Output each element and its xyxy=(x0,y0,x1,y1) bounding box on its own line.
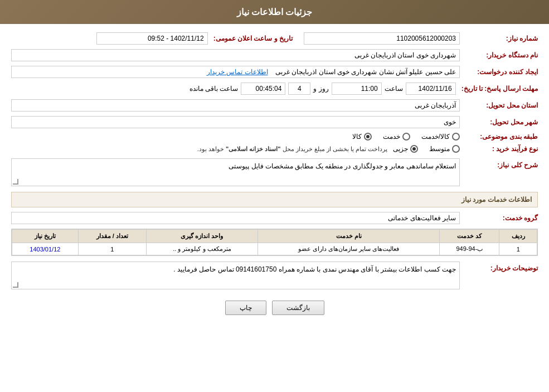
buyer-notes-container: جهت کسب اطلاعات بیشتر با آقای مهندس نمدی… xyxy=(11,262,460,289)
services-table-container: ردیف کد خدمت نام خدمت واحد اندازه گیری ت… xyxy=(11,229,538,256)
purchase-type-row: نوع فرآیند خرید : متوسط جزیی پرداخت تمام… xyxy=(11,145,538,153)
radio-jozii-icon xyxy=(410,145,418,153)
city-value: خوی xyxy=(11,116,460,128)
buyer-notes-label: توضیحات خریدار: xyxy=(460,262,538,272)
content-area: شماره نیاز: 1102005612000203 تاریخ و ساع… xyxy=(0,24,549,335)
deadline-days: 4 xyxy=(288,83,310,95)
th-name: نام خدمت xyxy=(258,230,440,243)
purchase-type-motavasset[interactable]: متوسط xyxy=(429,145,460,153)
need-description-text: استعلام ساماندهی معابر و جدولگذاری در من… xyxy=(229,162,456,170)
th-code: کد خدمت xyxy=(440,230,499,243)
radio-khedmat-icon xyxy=(402,133,410,141)
radio-motavasset-icon xyxy=(452,145,460,153)
table-header-row: ردیف کد خدمت نام خدمت واحد اندازه گیری ت… xyxy=(12,230,537,243)
purchase-type-jozii[interactable]: جزیی xyxy=(393,145,418,153)
radio-kala-khedmat-icon xyxy=(452,133,460,141)
buyer-org-row: نام دستگاه خریدار: شهرداری خوی استان اذر… xyxy=(11,49,538,61)
service-group-row: گروه خدمت: سایر فعالیت‌های خدماتی xyxy=(11,212,538,224)
th-quantity: تعداد / مقدار xyxy=(78,230,146,243)
province-label: استان محل تحویل: xyxy=(460,101,538,109)
services-table: ردیف کد خدمت نام خدمت واحد اندازه گیری ت… xyxy=(12,229,537,255)
category-kala-label: کالا xyxy=(352,133,362,141)
deadline-days-label: روز و xyxy=(313,85,328,93)
page-title: جزئیات اطلاعات نیاز xyxy=(237,7,313,17)
purchase-type-label: نوع فرآیند خرید : xyxy=(460,145,538,153)
province-row: استان محل تحویل: آذربایجان غربی xyxy=(11,99,538,112)
need-number-label: شماره نیاز: xyxy=(460,35,538,42)
announce-label: تاریخ و ساعت اعلان عمومی: xyxy=(208,35,293,42)
purchase-note: پرداخت تمام یا بخشی از مبلغ خریداز محل "… xyxy=(197,146,387,153)
buyer-notes-text: جهت کسب اطلاعات بیشتر با آقای مهندس نمدی… xyxy=(173,265,456,273)
td-unit: مترمکعب و کیلومتر و .. xyxy=(146,243,258,255)
category-row: طبقه بندی موضوعی: کالا/خدمت خدمت کالا xyxy=(11,133,538,141)
category-radio-group: کالا/خدمت خدمت کالا xyxy=(352,133,460,141)
deadline-time: 11:00 xyxy=(332,83,382,95)
buyer-notes-resize-icon[interactable] xyxy=(13,282,18,288)
td-quantity: 1 xyxy=(78,243,146,255)
bottom-buttons: بازگشت چاپ xyxy=(11,301,538,326)
creator-value: علی حسین علیلو آتش نشان شهرداری خوی استا… xyxy=(11,66,460,78)
table-row: 1 ب-94-949 فعالیت‌های سایر سازمان‌های دا… xyxy=(12,243,537,255)
need-description-row: شرح کلی نیاز: استعلام ساماندهی معابر و ج… xyxy=(11,158,538,186)
back-button[interactable]: بازگشت xyxy=(272,301,324,315)
th-unit: واحد اندازه گیری xyxy=(146,230,258,243)
buyer-notes-section: توضیحات خریدار: جهت کسب اطلاعات بیشتر با… xyxy=(11,262,538,289)
category-label: طبقه بندی موضوعی: xyxy=(460,133,538,141)
category-option-khedmat[interactable]: خدمت xyxy=(383,133,410,141)
city-label: شهر محل تحویل: xyxy=(460,118,538,126)
need-description-label: شرح کلی نیاز: xyxy=(460,158,538,169)
service-group-label: گروه خدمت: xyxy=(460,214,538,222)
services-section-header: اطلاعات خدمات مورد نیاز xyxy=(11,192,538,207)
td-code: ب-94-949 xyxy=(440,243,499,255)
need-description-box: استعلام ساماندهی معابر و جدولگذاری در من… xyxy=(11,158,460,186)
deadline-row: مهلت ارسال پاسخ: تا تاریخ: 1402/11/16 سا… xyxy=(11,83,538,95)
province-value: آذربایجان غربی xyxy=(11,99,460,112)
city-row: شهر محل تحویل: خوی xyxy=(11,116,538,128)
deadline-remaining-label: ساعت باقی مانده xyxy=(190,85,239,93)
need-number-value: 1102005612000203 xyxy=(304,32,460,45)
th-date: تاریخ نیاز xyxy=(12,230,79,243)
creator-name: علی حسین علیلو آتش نشان شهرداری خوی استا… xyxy=(275,68,456,76)
purchase-note-end: خواهد بود. xyxy=(197,146,224,152)
creator-row: ایجاد کننده درخواست: علی حسین علیلو آتش … xyxy=(11,66,538,78)
category-option-kala-khedmat[interactable]: کالا/خدمت xyxy=(421,133,460,141)
td-date: 1403/01/12 xyxy=(12,243,79,255)
purchase-motavasset-label: متوسط xyxy=(429,145,450,153)
services-section-title: اطلاعات خدمات مورد نیاز xyxy=(461,196,532,204)
deadline-remaining: 00:45:04 xyxy=(241,83,285,95)
purchase-jozii-label: جزیی xyxy=(393,145,408,153)
creator-contact-link[interactable]: اطلاعات تماس خریدار xyxy=(207,68,268,76)
category-khedmat-label: خدمت xyxy=(383,133,400,141)
deadline-date: 1402/11/16 xyxy=(406,83,456,95)
need-description-container: استعلام ساماندهی معابر و جدولگذاری در من… xyxy=(11,158,460,186)
category-option-kala[interactable]: کالا xyxy=(352,133,372,141)
print-button[interactable]: چاپ xyxy=(225,301,266,315)
td-rownum: 1 xyxy=(499,243,537,255)
page-header: جزئیات اطلاعات نیاز xyxy=(0,0,549,24)
category-kala-khedmat-label: کالا/خدمت xyxy=(421,133,450,141)
td-name: فعالیت‌های سایر سازمان‌های دارای عضو xyxy=(258,243,440,255)
buyer-org-value: شهرداری خوی استان اذربایجان غربی xyxy=(11,49,460,61)
creator-label: ایجاد کننده درخواست: xyxy=(460,68,538,76)
deadline-time-label: ساعت xyxy=(385,85,403,93)
announce-value: 1402/11/12 - 09:52 xyxy=(96,32,208,45)
need-number-row: شماره نیاز: 1102005612000203 تاریخ و ساع… xyxy=(11,32,538,45)
resize-handle-icon[interactable] xyxy=(13,179,18,185)
deadline-label: مهلت ارسال پاسخ: تا تاریخ: xyxy=(456,85,538,93)
buyer-org-label: نام دستگاه خریدار: xyxy=(460,51,538,59)
buyer-notes-box: جهت کسب اطلاعات بیشتر با آقای مهندس نمدی… xyxy=(11,262,460,289)
purchase-type-radio-group: متوسط جزیی xyxy=(393,145,460,153)
purchase-note-bold: "اسناد خزانه اسلامی" xyxy=(226,146,281,152)
service-group-value: سایر فعالیت‌های خدماتی xyxy=(11,212,460,224)
page-wrapper: جزئیات اطلاعات نیاز شماره نیاز: 11020056… xyxy=(0,0,549,392)
th-rownum: ردیف xyxy=(499,230,537,243)
radio-kala-icon xyxy=(364,133,372,141)
